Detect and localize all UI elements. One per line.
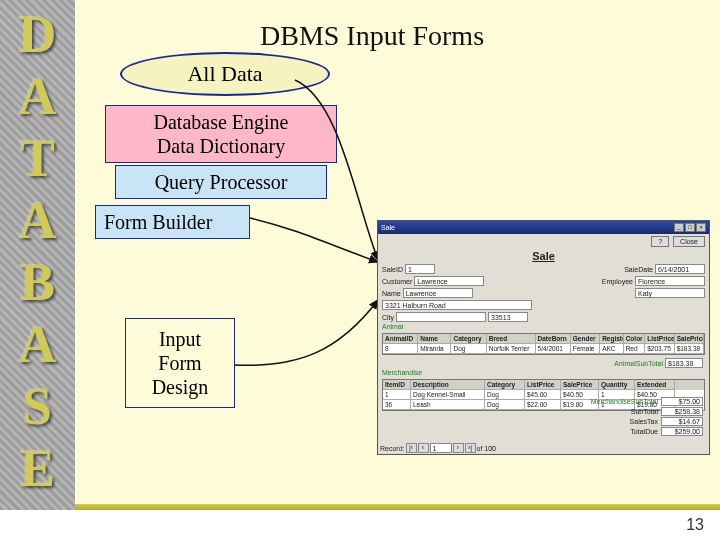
- slide-title: DBMS Input Forms: [260, 20, 484, 52]
- total-label: TotalDue: [630, 428, 658, 435]
- animal-grid: AnimalID Name Category Breed DateBorn Ge…: [382, 333, 705, 355]
- record-navigator: Record: |‹ ‹ 1 › ›| of 100: [380, 443, 496, 453]
- tax-value: $14.67: [661, 417, 703, 426]
- letter-t: T: [20, 128, 55, 190]
- sidebar-database-letters: D A T A B A S E: [0, 0, 75, 510]
- subtotal-value: $258.38: [661, 407, 703, 416]
- box-form-builder: Form Builder: [95, 205, 250, 239]
- recnav-pos[interactable]: 1: [430, 443, 452, 453]
- tax-label: SalesTax: [630, 418, 658, 425]
- subtotal-label: SubTotal: [631, 408, 658, 415]
- sale-form-window: Sale _ □ × ? Close Sale SaleID 1 SaleDat…: [377, 220, 710, 455]
- recnav-next-icon[interactable]: ›: [453, 443, 464, 453]
- ifd-l1: Input: [152, 327, 209, 351]
- box-query-processor: Query Processor: [115, 165, 327, 199]
- saledate-field[interactable]: 6/14/2001: [655, 264, 705, 274]
- recnav-first-icon[interactable]: |‹: [406, 443, 417, 453]
- saleid-label: SaleID: [382, 266, 403, 273]
- ifd-l2: Form: [152, 351, 209, 375]
- merch-subtotal-value: $75.00: [661, 397, 703, 406]
- window-title: Sale: [381, 224, 395, 231]
- zip-field[interactable]: 33513: [488, 312, 528, 322]
- titlebar: Sale _ □ ×: [378, 221, 709, 234]
- oval-all-data: All Data: [120, 52, 330, 96]
- footer-bar: [75, 504, 720, 510]
- address-field[interactable]: 3321 Halburn Road: [382, 300, 532, 310]
- ifd-l3: Design: [152, 375, 209, 399]
- animal-grid-header: AnimalID Name Category Breed DateBorn Ge…: [383, 334, 704, 344]
- animal-subtotal-value: $183.38: [665, 358, 703, 368]
- help-button[interactable]: ?: [651, 236, 669, 247]
- letter-b: B: [20, 252, 55, 314]
- name-field[interactable]: Lawrence: [403, 288, 473, 298]
- letter-d: D: [19, 4, 57, 66]
- customer-field[interactable]: Lawrence: [414, 276, 484, 286]
- letter-s: S: [23, 376, 52, 438]
- maximize-icon[interactable]: □: [685, 223, 695, 232]
- letter-a2: A: [19, 190, 57, 252]
- close-button[interactable]: Close: [673, 236, 705, 247]
- recnav-prev-icon[interactable]: ‹: [418, 443, 429, 453]
- recnav-label: Record:: [380, 445, 405, 452]
- engine-line1: Database Engine: [112, 110, 330, 134]
- recnav-last-icon[interactable]: ›|: [465, 443, 476, 453]
- form-builder-label: Form Builder: [104, 211, 212, 233]
- total-value: $259.00: [661, 427, 703, 436]
- box-database-engine: Database Engine Data Dictionary: [105, 105, 337, 163]
- form-heading: Sale: [378, 248, 709, 263]
- city-field[interactable]: [396, 312, 486, 322]
- recnav-of: of 100: [477, 445, 496, 452]
- query-label: Query Processor: [155, 171, 288, 193]
- box-input-form-design: Input Form Design: [125, 318, 235, 408]
- letter-e: E: [20, 438, 55, 500]
- page-number: 13: [686, 516, 704, 534]
- letter-a1: A: [19, 66, 57, 128]
- animal-section-label: Animal: [382, 323, 709, 331]
- employee-field[interactable]: Florence: [635, 276, 705, 286]
- engine-line2: Data Dictionary: [112, 134, 330, 158]
- saleid-field[interactable]: 1: [405, 264, 435, 274]
- totals-block: MerchandiseSubTotal$75.00 SubTotal$258.3…: [591, 396, 703, 436]
- customer-label: Customer: [382, 278, 412, 285]
- oval-all-data-label: All Data: [187, 61, 262, 87]
- name-label: Name: [382, 290, 401, 297]
- minimize-icon[interactable]: _: [674, 223, 684, 232]
- merch-subtotal-label: MerchandiseSubTotal: [591, 398, 658, 405]
- saledate-label: SaleDate: [624, 266, 653, 273]
- animal-subtotal-label: AnimalSubTotal: [614, 360, 663, 367]
- animal-grid-row[interactable]: 8 Miranda Dog Norfolk Terrier 5/4/2001 F…: [383, 344, 704, 354]
- employee-label: Employee: [602, 278, 633, 285]
- merch-grid-header: ItemID Description Category ListPrice Sa…: [383, 380, 704, 390]
- name2-field[interactable]: Katy: [635, 288, 705, 298]
- close-icon[interactable]: ×: [696, 223, 706, 232]
- merch-section-label: Merchandise: [382, 369, 709, 377]
- letter-a3: A: [19, 314, 57, 376]
